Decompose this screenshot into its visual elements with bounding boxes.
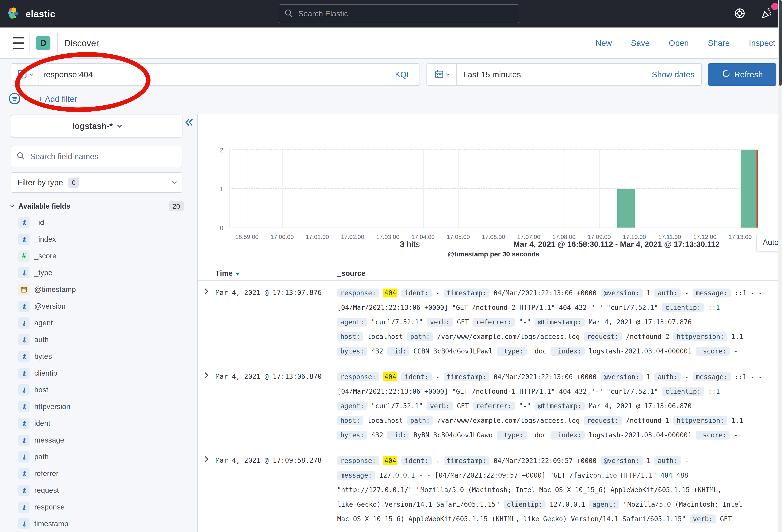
scrollbar-thumb[interactable] bbox=[779, 0, 782, 86]
field-item-_type[interactable]: t_type bbox=[0, 264, 196, 281]
saved-query-menu[interactable] bbox=[11, 64, 38, 85]
source-text: - bbox=[436, 289, 440, 297]
source-text: 04/Mar/2021:22:13:06 +0000 bbox=[494, 289, 597, 297]
string-field-icon: t bbox=[19, 217, 30, 228]
time-range-value[interactable]: Last 15 minutes bbox=[463, 70, 521, 79]
column-header-source[interactable]: _source bbox=[337, 269, 778, 277]
field-item-ident[interactable]: tident bbox=[0, 415, 196, 432]
page-title: Discover bbox=[64, 28, 99, 59]
field-item-host[interactable]: thost bbox=[0, 382, 196, 398]
global-search[interactable] bbox=[279, 4, 519, 23]
save-button[interactable]: Save bbox=[631, 38, 650, 48]
source-text: ::1 bbox=[708, 387, 720, 395]
field-item-@timestamp[interactable]: @timestamp bbox=[0, 281, 196, 298]
expand-row-button[interactable] bbox=[198, 370, 216, 442]
calendar-menu[interactable] bbox=[427, 64, 457, 85]
source-text: Mar 4, 2021 @ 17:13:07.876 bbox=[589, 318, 692, 326]
source-text: _doc bbox=[531, 431, 546, 439]
source-text: "Mozilla/5.0 (Macintosh; Intel bbox=[623, 500, 742, 508]
field-name: _index bbox=[34, 235, 56, 243]
x-tick-label: 17:02:00 bbox=[341, 233, 364, 240]
filter-icon[interactable] bbox=[8, 92, 21, 106]
table-row: Mar 4, 2021 @ 17:09:58.278response:404id… bbox=[198, 448, 778, 532]
field-item-bytes[interactable]: tbytes bbox=[0, 348, 196, 365]
calendar-icon bbox=[434, 69, 444, 80]
field-item-agent[interactable]: tagent bbox=[0, 315, 196, 331]
number-field-icon: # bbox=[19, 251, 30, 262]
x-tick-label: 17:13:00 bbox=[728, 233, 752, 240]
menu-hamburger-icon[interactable] bbox=[13, 37, 24, 49]
brand-name: elastic bbox=[26, 8, 56, 19]
field-pill: _id: bbox=[387, 430, 410, 440]
expand-row-button[interactable] bbox=[198, 286, 216, 358]
field-item-_index[interactable]: t_index bbox=[0, 231, 196, 248]
field-item-request[interactable]: trequest bbox=[0, 482, 196, 499]
discover-app-badge[interactable]: D bbox=[36, 36, 50, 50]
field-pill: request: bbox=[584, 332, 622, 341]
elastic-logo[interactable]: elastic bbox=[7, 6, 56, 21]
field-pill: auth: bbox=[654, 456, 680, 465]
histogram-chart[interactable] bbox=[229, 150, 758, 228]
field-item-clientip[interactable]: tclientip bbox=[0, 365, 196, 382]
x-tick-label: 17:12:00 bbox=[693, 233, 717, 240]
collapse-sidebar-icon[interactable] bbox=[184, 117, 194, 128]
field-search-input[interactable] bbox=[30, 152, 170, 161]
field-pill: bytes: bbox=[337, 430, 367, 440]
x-tick-label: 17:08:00 bbox=[552, 233, 576, 240]
show-dates-button[interactable]: Show dates bbox=[652, 70, 695, 79]
field-item-@version[interactable]: t@version bbox=[0, 298, 196, 315]
histogram-bar-17:09:30[interactable] bbox=[617, 189, 635, 228]
field-pill: clientip: bbox=[662, 303, 704, 312]
field-item-referrer[interactable]: treferrer bbox=[0, 465, 196, 482]
field-search[interactable] bbox=[11, 146, 182, 167]
field-item-message[interactable]: tmessage bbox=[0, 432, 196, 449]
field-pill: request: bbox=[584, 416, 622, 425]
field-item-_score[interactable]: #_score bbox=[0, 248, 196, 264]
string-field-icon: t bbox=[19, 384, 30, 395]
query-input[interactable]: response:404 bbox=[38, 64, 386, 85]
new-button[interactable]: New bbox=[596, 38, 612, 48]
saved-query-icon bbox=[17, 69, 27, 80]
field-pill: message: bbox=[693, 289, 731, 298]
field-name: _type bbox=[34, 269, 52, 277]
field-item-path[interactable]: tpath bbox=[0, 449, 196, 465]
index-pattern-select[interactable]: logstash-* bbox=[11, 115, 182, 138]
field-item-auth[interactable]: tauth bbox=[0, 331, 196, 348]
help-lifebuoy-icon[interactable] bbox=[734, 8, 745, 20]
field-item-_id[interactable]: t_id bbox=[0, 214, 196, 231]
refresh-button[interactable]: Refresh bbox=[708, 63, 776, 86]
add-filter-button[interactable]: + Add filter bbox=[38, 94, 77, 104]
x-tick-label: 17:09:00 bbox=[588, 233, 611, 240]
field-item-response[interactable]: tresponse bbox=[0, 499, 196, 516]
field-pill: verb: bbox=[427, 402, 453, 411]
field-pill: @version: bbox=[601, 456, 643, 465]
highlighted-value: 404 bbox=[383, 372, 398, 381]
field-name: bytes bbox=[34, 352, 52, 360]
source-text: CCBN_3cB04dGovJLPawl bbox=[413, 347, 493, 355]
expand-row-button[interactable] bbox=[198, 454, 216, 526]
query-language-button[interactable]: KQL bbox=[386, 64, 420, 85]
field-name: referrer bbox=[34, 469, 59, 478]
field-item-httpversion[interactable]: thttpversion bbox=[0, 398, 196, 415]
source-text: - bbox=[685, 457, 689, 465]
inspect-button[interactable]: Inspect bbox=[749, 38, 775, 48]
column-header-time[interactable]: Time bbox=[216, 269, 337, 277]
source-text: localhost bbox=[367, 333, 403, 341]
news-party-popper-icon[interactable] bbox=[761, 7, 773, 20]
share-button[interactable]: Share bbox=[708, 38, 730, 48]
field-item-timestamp[interactable]: ttimestamp bbox=[0, 516, 196, 532]
x-tick-label: 17:06:00 bbox=[482, 233, 505, 240]
source-text: ByBN_3cB04dGovJLOawo bbox=[413, 431, 493, 439]
nav-divider bbox=[58, 33, 58, 53]
source-text: 1 bbox=[647, 457, 651, 465]
x-tick-label: 17:07:00 bbox=[517, 233, 540, 240]
histogram-bar-17:13:00[interactable] bbox=[741, 150, 758, 228]
open-button[interactable]: Open bbox=[669, 38, 689, 48]
interval-select[interactable]: Auto bbox=[756, 233, 782, 252]
available-fields-header[interactable]: Available fields 20 bbox=[11, 199, 186, 213]
vertical-scrollbar[interactable] bbox=[778, 0, 782, 532]
source-text: - bbox=[734, 431, 738, 439]
date-picker: Last 15 minutes Show dates bbox=[426, 63, 702, 86]
global-search-input[interactable] bbox=[298, 9, 498, 18]
filter-by-type-select[interactable]: Filter by type 0 bbox=[11, 173, 182, 193]
